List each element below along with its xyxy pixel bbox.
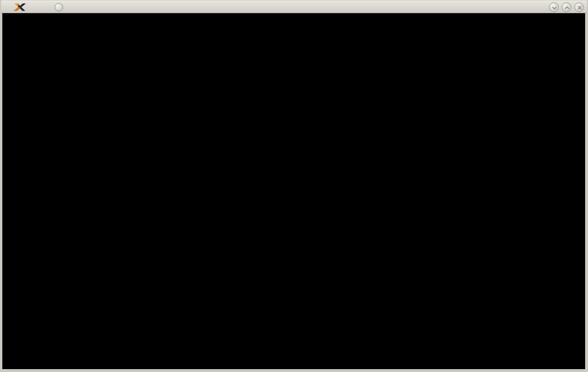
fringe-plot (0, 0, 588, 372)
chevron-down-icon (550, 3, 559, 13)
app-window (0, 0, 588, 372)
menu-circle-button[interactable] (55, 3, 63, 11)
chevron-up-icon (562, 3, 572, 13)
maximize-button[interactable] (562, 2, 571, 12)
close-icon (575, 3, 585, 13)
x11-logo-icon (11, 2, 28, 12)
close-button[interactable] (574, 2, 584, 12)
titlebar (1, 1, 587, 13)
minimize-button[interactable] (549, 2, 559, 12)
